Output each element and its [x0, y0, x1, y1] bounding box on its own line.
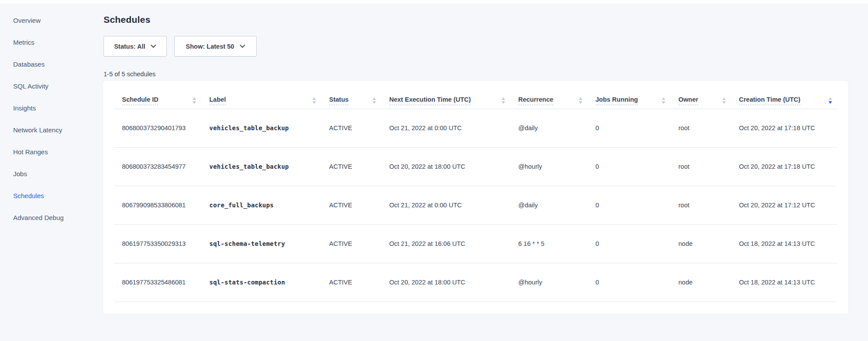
sort-desc-triangle-icon — [312, 101, 316, 104]
table-row: 806197753325486081 sql-stats-compaction … — [114, 263, 837, 302]
sidebar-item[interactable]: Hot Ranges — [0, 141, 103, 163]
sort-icon — [829, 97, 832, 104]
sort-asc-triangle-icon — [193, 97, 196, 100]
schedule-label-cell: vehicles_table_backup — [201, 147, 321, 186]
sort-desc-triangle-icon — [829, 101, 832, 104]
recurrence-cell: @hourly — [510, 263, 588, 302]
table-row: 806800373290401793 vehicles_table_backup… — [114, 109, 837, 147]
jobs-running-cell: 0 — [588, 109, 671, 147]
sidebar-item[interactable]: Metrics — [0, 31, 103, 53]
sort-icon — [373, 97, 376, 104]
owner-cell: node — [671, 224, 731, 263]
table-row: 806197753350029313 sql-schema-telemetry … — [114, 224, 837, 263]
sidebar-item-label: Databases — [13, 60, 45, 68]
sort-desc-triangle-icon — [662, 101, 665, 104]
sort-desc-triangle-icon — [373, 101, 376, 104]
sidebar-item-label: Metrics — [13, 39, 34, 46]
schedule-id-cell: 806799098533806081 — [114, 186, 201, 224]
sort-icon — [662, 97, 665, 104]
chevron-down-icon — [151, 44, 156, 48]
top-edge-strip — [0, 0, 868, 4]
sort-asc-triangle-icon — [373, 97, 376, 100]
column-header[interactable]: Owner — [671, 81, 731, 109]
sort-asc-triangle-icon — [312, 97, 316, 100]
sort-asc-triangle-icon — [662, 97, 665, 100]
sort-desc-triangle-icon — [502, 101, 505, 104]
recurrence-cell: @daily — [510, 186, 588, 224]
sidebar-item[interactable]: SQL Activity — [0, 75, 103, 97]
creation-time-cell: Oct 20, 2022 at 17:12 UTC — [731, 186, 837, 224]
sort-asc-triangle-icon — [579, 97, 582, 100]
column-header[interactable]: Label — [201, 81, 321, 109]
next-execution-cell: Oct 21, 2022 at 0:00 UTC — [381, 186, 510, 224]
sidebar-item-label: Overview — [13, 17, 41, 24]
column-header-label: Jobs Running — [595, 96, 638, 105]
table-row: 806800373283454977 vehicles_table_backup… — [114, 147, 837, 186]
recurrence-cell: @daily — [510, 109, 588, 147]
sort-desc-triangle-icon — [193, 101, 196, 104]
sidebar-item[interactable]: Databases — [0, 53, 103, 75]
jobs-running-cell: 0 — [588, 186, 671, 224]
status-cell: ACTIVE — [321, 147, 381, 186]
schedule-label-cell: sql-stats-compaction — [201, 263, 321, 302]
schedule-label-cell: core_full_backups — [201, 186, 321, 224]
sidebar-item-label: Jobs — [13, 170, 27, 178]
sort-icon — [579, 97, 582, 104]
status-filter-dropdown[interactable]: Status: All — [104, 36, 167, 57]
column-header[interactable]: Schedule ID — [114, 81, 201, 109]
schedule-id-cell: 806800373290401793 — [114, 109, 201, 147]
table-body: 806800373290401793 vehicles_table_backup… — [114, 109, 837, 302]
sidebar-item[interactable]: Network Latency — [0, 119, 103, 141]
sort-icon — [502, 97, 505, 104]
app-layout: Overview Metrics Databases SQL Activity … — [0, 4, 868, 314]
sidebar: Overview Metrics Databases SQL Activity … — [0, 4, 103, 228]
sidebar-item-label: Advanced Debug — [13, 214, 64, 221]
results-count: 1-5 of 5 schedules — [104, 71, 849, 78]
sidebar-item[interactable]: Schedules — [0, 185, 103, 206]
schedule-label-cell: sql-schema-telemetry — [201, 224, 321, 263]
sidebar-item-label: Network Latency — [13, 126, 62, 134]
status-cell: ACTIVE — [321, 186, 381, 224]
status-filter-label: Status: All — [114, 43, 145, 50]
column-header[interactable]: Recurrence — [510, 81, 588, 109]
creation-time-cell: Oct 18, 2022 at 14:13 UTC — [731, 224, 837, 263]
next-execution-cell: Oct 20, 2022 at 18:00 UTC — [381, 263, 510, 302]
sort-asc-triangle-icon — [829, 97, 832, 100]
sidebar-item[interactable]: Jobs — [0, 163, 103, 185]
schedule-id-cell: 806197753325486081 — [114, 263, 201, 302]
column-header[interactable]: Creation Time (UTC) — [731, 81, 837, 109]
show-filter-dropdown[interactable]: Show: Latest 50 — [174, 36, 257, 57]
sidebar-item[interactable]: Overview — [0, 9, 103, 31]
table-row: 806799098533806081 core_full_backups ACT… — [114, 186, 837, 224]
owner-cell: root — [671, 186, 731, 224]
sidebar-item[interactable]: Insights — [0, 97, 103, 119]
column-header-label: Schedule ID — [122, 96, 158, 105]
schedule-id-cell: 806800373283454977 — [114, 147, 201, 186]
sidebar-item-label: Schedules — [13, 192, 44, 199]
sidebar-item-label: Hot Ranges — [13, 148, 48, 156]
sort-desc-triangle-icon — [722, 101, 726, 104]
chevron-down-icon — [240, 44, 245, 48]
status-cell: ACTIVE — [321, 224, 381, 263]
sort-icon — [193, 97, 196, 104]
creation-time-cell: Oct 20, 2022 at 17:18 UTC — [731, 147, 837, 186]
column-header-label: Next Execution Time (UTC) — [389, 96, 471, 105]
column-header[interactable]: Status — [321, 81, 381, 109]
column-header-label: Status — [329, 96, 348, 105]
creation-time-cell: Oct 18, 2022 at 14:13 UTC — [731, 263, 837, 302]
owner-cell: root — [671, 109, 731, 147]
sidebar-item-label: Insights — [13, 104, 36, 112]
column-header-label: Recurrence — [518, 96, 553, 105]
owner-cell: node — [671, 263, 731, 302]
schedules-table-card: Schedule ID Label — [103, 81, 848, 314]
main-content: Schedules Status: All Show: Latest 50 1-… — [103, 4, 868, 314]
status-cell: ACTIVE — [321, 109, 381, 147]
column-header[interactable]: Next Execution Time (UTC) — [381, 81, 510, 109]
schedule-id-cell: 806197753350029313 — [114, 224, 201, 263]
next-execution-cell: Oct 21, 2022 at 16:06 UTC — [381, 224, 510, 263]
sidebar-item[interactable]: Advanced Debug — [0, 206, 103, 228]
column-header[interactable]: Jobs Running — [588, 81, 671, 109]
jobs-running-cell: 0 — [588, 224, 671, 263]
recurrence-cell: 6 16 * * 5 — [510, 224, 588, 263]
creation-time-cell: Oct 20, 2022 at 17:18 UTC — [731, 109, 837, 147]
